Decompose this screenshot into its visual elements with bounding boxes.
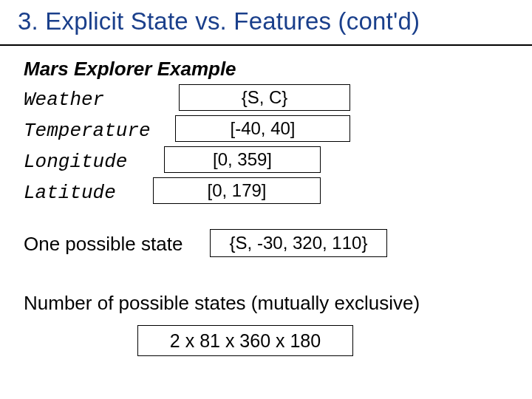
feature-domain-box: [0, 179]	[153, 177, 321, 204]
slide: 3. Explicit State vs. Features (cont'd) …	[0, 0, 532, 399]
one-possible-state-value: {S, -30, 320, 110}	[210, 229, 387, 257]
feature-row-longitude: Longitude [0, 359]	[24, 145, 151, 176]
slide-title: 3. Explicit State vs. Features (cont'd)	[18, 7, 523, 35]
feature-row-temperature: Temperature [-40, 40]	[24, 114, 151, 145]
one-possible-state-label: One possible state	[24, 233, 183, 256]
feature-domain-box: [0, 359]	[164, 146, 321, 173]
feature-domain-box: {S, C}	[179, 84, 350, 111]
feature-label: Longitude	[24, 151, 127, 173]
example-subtitle: Mars Explorer Example	[24, 58, 236, 81]
title-divider	[0, 44, 532, 46]
feature-domain-box: [-40, 40]	[175, 115, 350, 142]
feature-label: Latitude	[24, 182, 116, 204]
num-states-calc: 2 x 81 x 360 x 180	[137, 325, 353, 356]
feature-row-latitude: Latitude [0, 179]	[24, 176, 151, 207]
num-states-label: Number of possible states (mutually excl…	[24, 292, 420, 315]
feature-row-weather: Weather {S, C}	[24, 83, 151, 114]
feature-label: Temperature	[24, 120, 151, 142]
feature-list: Weather {S, C} Temperature [-40, 40] Lon…	[24, 83, 151, 207]
feature-label: Weather	[24, 89, 104, 111]
